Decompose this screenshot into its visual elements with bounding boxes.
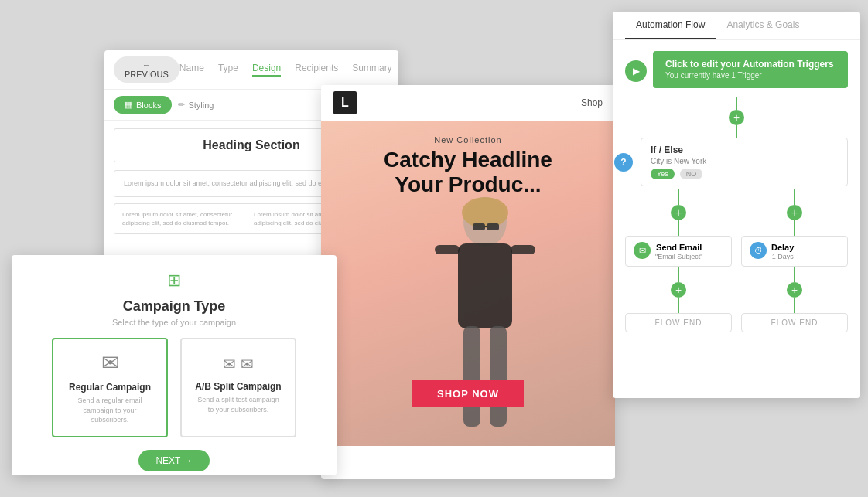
flow-plus-1[interactable]: +	[729, 110, 744, 125]
ifelse-title: If / Else	[651, 145, 838, 155]
col-left: Lorem ipsum dolor sit amet, consectetur …	[122, 210, 249, 227]
regular-campaign-title: Regular Campaign	[66, 382, 154, 393]
svg-rect-5	[463, 326, 480, 427]
branch-left-plus[interactable]: +	[671, 205, 686, 220]
editor-nav: Name Type Design Recipients Summary Send	[179, 63, 398, 77]
automation-tabs: Automation Flow Analytics & Goals	[613, 12, 860, 40]
svg-point-1	[462, 197, 508, 228]
svg-rect-7	[473, 223, 485, 230]
preview-hero: New Collection Catchy Headline Your Prod…	[321, 121, 615, 446]
yes-badge: Yes	[651, 169, 675, 179]
branch-right-plus[interactable]: +	[787, 205, 802, 220]
regular-campaign-desc: Send a regular email campaign to your su…	[66, 396, 154, 425]
flow-line-1	[736, 97, 737, 110]
email-preview-card: L Shop New Collection Catchy Headline Yo…	[321, 85, 615, 479]
new-collection-label: New Collection	[321, 135, 615, 145]
branch-left-line	[678, 189, 679, 205]
blocks-button[interactable]: ▦ Blocks	[114, 96, 172, 114]
preview-hero-text: New Collection Catchy Headline Your Prod…	[321, 135, 615, 197]
automation-card: Automation Flow Analytics & Goals ▶ Clic…	[613, 12, 860, 398]
svg-rect-2	[458, 243, 512, 328]
branch-right-line2	[794, 220, 795, 236]
svg-rect-4	[511, 245, 535, 254]
no-badge: NO	[680, 169, 703, 179]
headline-line1: Catchy Headline	[321, 148, 615, 172]
svg-rect-8	[487, 223, 499, 230]
preview-shop: Shop	[581, 97, 603, 108]
ifelse-badges: Yes NO	[651, 169, 838, 179]
campaign-type-card: ⊞ Campaign Type Select the type of your …	[12, 255, 337, 475]
styling-button[interactable]: ✏ Styling	[178, 96, 214, 114]
branch-left-plus2[interactable]: +	[671, 282, 686, 298]
ab-split-desc: Send a split test campaign to your subsc…	[194, 395, 282, 414]
tab-automation-flow[interactable]: Automation Flow	[625, 12, 716, 39]
campaign-options: ✉ Regular Campaign Send a regular email …	[30, 338, 318, 437]
ifelse-wrapper: ? If / Else City is New York Yes NO	[625, 138, 848, 186]
flow-end-right: FLOW END	[741, 313, 848, 332]
branch-right: + ⏱ Delay 1 Days + FLOW END	[741, 189, 848, 332]
branch-right-line3	[794, 267, 795, 282]
send-email-node: ✉ Send Email "Email Subject"	[625, 236, 732, 267]
nav-design[interactable]: Design	[252, 63, 281, 77]
editor-header: ← PREVIOUS Name Type Design Recipients S…	[104, 50, 398, 90]
prev-button[interactable]: ← PREVIOUS	[114, 56, 179, 83]
next-button[interactable]: NEXT →	[138, 450, 209, 471]
svg-rect-6	[490, 326, 507, 427]
branch-left-line3	[678, 267, 679, 282]
clock-node-icon: ⏱	[750, 242, 767, 259]
email-node-icon-wrapper: ✉ Send Email "Email Subject"	[634, 242, 723, 260]
flow-connector-1: +	[625, 97, 848, 138]
shop-now-button[interactable]: SHOP NOW	[412, 380, 524, 407]
catchy-headline: Catchy Headline Your Produc...	[321, 148, 615, 197]
branch-right-line4	[794, 298, 795, 313]
campaign-title: Campaign Type	[30, 298, 318, 315]
headline-line2: Your Produc...	[321, 172, 615, 197]
question-icon: ?	[614, 153, 633, 172]
flow-line-2	[736, 125, 737, 138]
delay-desc: 1 Days	[771, 253, 794, 260]
flow-end-left: FLOW END	[625, 313, 732, 332]
trigger-title: Click to edit your Automation Triggers	[665, 59, 836, 70]
trigger-wrapper: ▶ Click to edit your Automation Triggers…	[625, 51, 848, 91]
nav-name[interactable]: Name	[179, 63, 204, 77]
nav-type[interactable]: Type	[218, 63, 238, 77]
branch-right-line	[794, 189, 795, 205]
preview-topbar: L Shop	[321, 85, 615, 121]
flow-branches: + ✉ Send Email "Email Subject" + FLOW EN…	[625, 189, 848, 332]
preview-logo: L	[333, 91, 357, 114]
trigger-button[interactable]: Click to edit your Automation Triggers Y…	[653, 51, 848, 88]
nav-recipients[interactable]: Recipients	[295, 63, 338, 77]
trigger-subtitle: You currently have 1 Trigger	[665, 71, 762, 80]
grid-icon: ▦	[125, 100, 132, 110]
automation-body: ▶ Click to edit your Automation Triggers…	[613, 40, 860, 396]
email-icon: ✉	[66, 350, 154, 376]
col-left-text: Lorem ipsum dolor sit amet, consectetur …	[122, 210, 249, 227]
regular-campaign-option[interactable]: ✉ Regular Campaign Send a regular email …	[52, 338, 168, 437]
preview-body: New Collection Catchy Headline Your Prod…	[321, 121, 615, 446]
send-email-title: Send Email	[655, 243, 702, 252]
email-node-icon: ✉	[634, 242, 651, 259]
ab-split-icon: ✉ ✉	[194, 350, 282, 375]
branch-left: + ✉ Send Email "Email Subject" + FLOW EN…	[625, 189, 732, 332]
grid-plus-icon: ⊞	[30, 271, 318, 291]
ab-split-option[interactable]: ✉ ✉ A/B Split Campaign Send a split test…	[180, 338, 296, 437]
branch-left-line2	[678, 220, 679, 236]
ab-split-title: A/B Split Campaign	[194, 381, 282, 392]
branch-left-line4	[678, 298, 679, 313]
ifelse-node: If / Else City is New York Yes NO	[641, 138, 848, 186]
nav-summary[interactable]: Summary	[352, 63, 391, 77]
send-email-desc: "Email Subject"	[655, 253, 702, 260]
delay-node: ⏱ Delay 1 Days	[741, 236, 848, 267]
svg-rect-3	[435, 245, 460, 254]
ifelse-desc: City is New York	[651, 157, 838, 165]
delay-node-icon-wrapper: ⏱ Delay 1 Days	[750, 242, 839, 260]
tab-analytics-goals[interactable]: Analytics & Goals	[716, 12, 810, 39]
campaign-subtitle: Select the type of your campaign	[30, 318, 318, 327]
delay-title: Delay	[771, 243, 794, 252]
pencil-icon: ✏	[178, 100, 185, 110]
trigger-play-icon: ▶	[625, 60, 647, 82]
branch-right-plus2[interactable]: +	[787, 282, 802, 298]
